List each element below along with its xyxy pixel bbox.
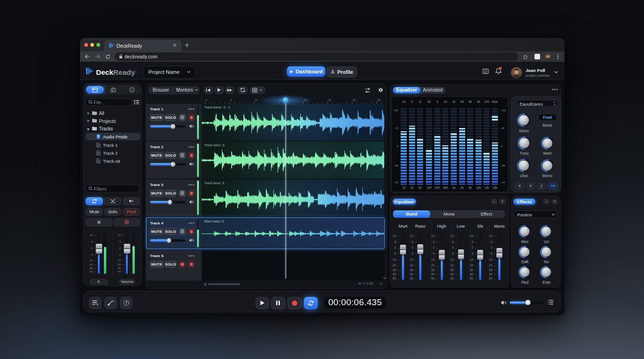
- svg-text:10: 10: [255, 99, 258, 101]
- svg-text:0: 0: [206, 99, 207, 101]
- svg-text:5: 5: [230, 99, 232, 101]
- svg-text:25: 25: [329, 99, 331, 101]
- svg-text:30: 30: [353, 99, 356, 101]
- svg-text:35: 35: [377, 99, 380, 101]
